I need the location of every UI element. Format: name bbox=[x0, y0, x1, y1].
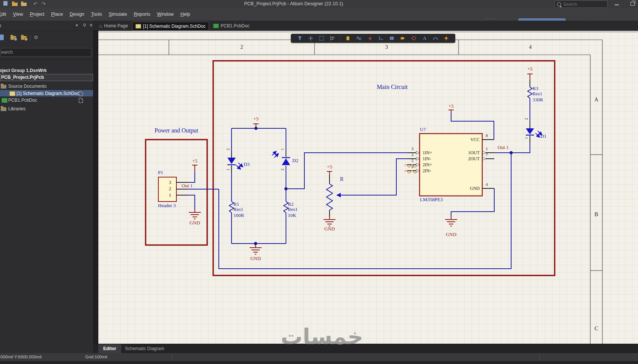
menu-place[interactable]: Place bbox=[48, 8, 66, 21]
u1-pin-num: 5 bbox=[410, 158, 415, 163]
r1-comment[interactable]: Res1 bbox=[233, 206, 243, 212]
open-document-icon[interactable] bbox=[21, 3, 27, 6]
d1-designator[interactable]: D1 bbox=[540, 133, 546, 139]
menu-tools[interactable]: Tools bbox=[88, 8, 105, 21]
menu-window[interactable]: Window bbox=[153, 8, 177, 21]
pot-designator[interactable]: R bbox=[340, 176, 343, 182]
panel-gear-icon[interactable]: ⚙ bbox=[34, 35, 38, 40]
folder-search-icon[interactable] bbox=[11, 36, 16, 40]
tree-item-workspace[interactable]: Project Group 1.DsnWrk bbox=[0, 68, 93, 74]
undo-icon[interactable]: ↶ bbox=[32, 1, 38, 7]
net-label-out1[interactable]: Out 1 bbox=[498, 144, 509, 150]
tree-item-source-documents[interactable]: Source Documents bbox=[0, 83, 93, 89]
schematic-drawing[interactable] bbox=[98, 31, 638, 344]
menu-edit[interactable]: Edit bbox=[0, 8, 10, 21]
tree-item-libraries[interactable]: Libraries bbox=[0, 106, 93, 112]
menu-bar: Edit View Project Place Design Tools Sim… bbox=[0, 8, 638, 21]
menu-help[interactable]: Help bbox=[177, 8, 194, 21]
status-bar: 000mil Y:6900.000mil Grid:100mil bbox=[0, 353, 638, 361]
net-label-out1[interactable]: Out 1 bbox=[182, 183, 193, 189]
folder-settings-icon[interactable] bbox=[21, 36, 27, 40]
r1-value[interactable]: 100R bbox=[233, 212, 244, 218]
u1-comment[interactable]: LM358PE3 bbox=[420, 197, 443, 203]
no-erc-icon[interactable] bbox=[410, 35, 417, 42]
search-icon bbox=[557, 2, 561, 6]
r2-value[interactable]: 10K bbox=[288, 212, 296, 218]
schematic-tab-icon bbox=[135, 24, 141, 29]
bus-icon[interactable] bbox=[378, 35, 384, 42]
document-tab-bar: ⌂ Home Page [1] Schematic Diagram.SchDoc… bbox=[93, 21, 638, 32]
panel-search-box[interactable]: Search bbox=[1, 48, 92, 57]
tree-item-pcb-doc[interactable]: PCB1.PcbDoc bbox=[0, 97, 93, 103]
open-folder-icon[interactable] bbox=[12, 3, 18, 6]
crosshair-icon[interactable] bbox=[307, 35, 314, 42]
selection-rect-icon[interactable] bbox=[318, 35, 325, 42]
restore-button[interactable] bbox=[630, 2, 635, 6]
port-icon[interactable] bbox=[399, 35, 406, 42]
altium-window: ↶ ↷ PCB_Project.PrjPcb - Altium Designer… bbox=[0, 0, 638, 364]
power-box-title[interactable]: Power and Output bbox=[146, 127, 206, 134]
r3-value[interactable]: 330R bbox=[533, 97, 543, 103]
save-icon[interactable] bbox=[2, 1, 8, 7]
tab-schematic-doc[interactable]: [1] Schematic Diagram.SchDoc bbox=[132, 22, 209, 31]
sheet-symbol-icon[interactable] bbox=[388, 35, 395, 42]
u1-pin-name: 1IN+ bbox=[423, 150, 432, 156]
global-search[interactable] bbox=[554, 0, 608, 8]
menu-project[interactable]: Project bbox=[26, 8, 48, 21]
tab-schematic-diagram[interactable]: Schematic Diagram bbox=[120, 344, 169, 353]
r2-comment[interactable]: Res1 bbox=[288, 206, 298, 212]
power-port-gnd[interactable]: GND bbox=[323, 226, 336, 232]
active-bar-toolbar: A bbox=[291, 34, 455, 43]
align-icon[interactable] bbox=[329, 35, 336, 42]
r3-comment[interactable]: Res1 bbox=[533, 91, 542, 97]
menu-view[interactable]: View bbox=[10, 8, 27, 21]
panel-splitter[interactable] bbox=[93, 21, 98, 353]
d2-pin-top: 1 bbox=[280, 147, 284, 152]
manual-junction-icon[interactable] bbox=[443, 35, 450, 42]
d3-designator[interactable]: D3 bbox=[244, 161, 250, 167]
menu-simulate[interactable]: Simulate bbox=[105, 8, 131, 21]
menu-design[interactable]: Design bbox=[66, 8, 88, 21]
led-symbols bbox=[227, 128, 542, 169]
main-box-title[interactable]: Main Circuit bbox=[362, 84, 422, 90]
arc-icon[interactable] bbox=[432, 35, 439, 42]
power-port-gnd[interactable]: GND bbox=[188, 220, 202, 226]
p1-designator[interactable]: P1 bbox=[158, 170, 163, 176]
title-bar: ↶ ↷ PCB_Project.PrjPcb - Altium Designer… bbox=[0, 0, 638, 8]
p1-comment[interactable]: Header 3 bbox=[158, 203, 176, 209]
power-port-5v[interactable]: +5 bbox=[250, 116, 262, 122]
u1-pin-num: 2 bbox=[410, 152, 415, 157]
tab-pcb-doc[interactable]: PCB1.PcbDoc bbox=[210, 22, 253, 30]
tree-item-schematic-doc[interactable]: [1] Schematic Diagram.SchDoc bbox=[0, 90, 93, 96]
filter-icon[interactable] bbox=[296, 35, 303, 42]
tab-editor[interactable]: Editor bbox=[98, 344, 121, 353]
u1-designator[interactable]: U? bbox=[420, 126, 426, 132]
zone-row: B bbox=[592, 211, 600, 218]
power-port-5v[interactable]: +5 bbox=[524, 66, 536, 72]
place-wire-icon[interactable] bbox=[355, 35, 362, 42]
menu-reports[interactable]: Reports bbox=[130, 8, 153, 21]
power-port-5v[interactable]: +5 bbox=[324, 164, 335, 170]
d2-designator[interactable]: D2 bbox=[292, 158, 298, 164]
redo-icon[interactable]: ↷ bbox=[41, 1, 47, 7]
text-string-icon[interactable]: A bbox=[421, 35, 428, 42]
minimize-button[interactable] bbox=[615, 5, 619, 5]
search-input[interactable] bbox=[563, 2, 605, 7]
document-stack-icon[interactable] bbox=[0, 35, 4, 40]
tree-item-project[interactable]: PCB_Project.PrjPcb bbox=[0, 74, 93, 81]
power-port-icon[interactable] bbox=[367, 35, 373, 42]
power-port-gnd[interactable]: GND bbox=[249, 256, 262, 262]
place-part-icon[interactable] bbox=[345, 35, 351, 42]
chevron-down-icon[interactable]: ▾ bbox=[76, 23, 78, 28]
home-tab-icon: ⌂ bbox=[99, 23, 102, 29]
power-port-5v[interactable]: +5 bbox=[189, 158, 200, 164]
close-icon[interactable]: ✕ bbox=[89, 23, 93, 28]
pin-icon[interactable]: ⚲ bbox=[83, 23, 86, 28]
projects-panel-header: Projects ▾ ⚲ ✕ bbox=[0, 21, 93, 31]
schematic-canvas[interactable]: 2 3 4 A B C Power and Output Main Circui… bbox=[98, 31, 638, 344]
panel-toolbar: ⚙ bbox=[0, 33, 93, 44]
power-port-gnd[interactable]: GND bbox=[444, 232, 458, 238]
tab-home-page[interactable]: ⌂ Home Page bbox=[96, 22, 131, 30]
power-port-5v[interactable]: +5 bbox=[445, 103, 457, 109]
schematic-doc-icon bbox=[9, 91, 15, 96]
